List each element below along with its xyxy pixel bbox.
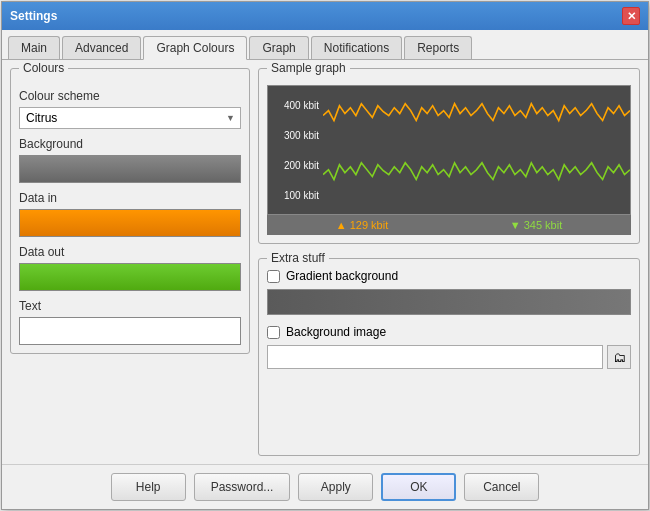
bg-image-row-check: Background image	[267, 325, 631, 339]
tab-graph[interactable]: Graph	[249, 36, 308, 59]
gradient-colour-bar[interactable]	[267, 289, 631, 315]
data-out-label: Data out	[19, 245, 241, 259]
graph-label-300: 300 kbit	[272, 130, 319, 141]
main-content: Colours Colour scheme Citrus Default Dar…	[2, 60, 648, 464]
graph-status-out: ▼ 345 kbit	[510, 219, 562, 231]
background-label: Background	[19, 137, 241, 151]
title-bar: Settings ✕	[2, 2, 648, 30]
graph-label-400: 400 kbit	[272, 100, 319, 111]
footer: Help Password... Apply OK Cancel	[2, 464, 648, 509]
data-in-colour-swatch[interactable]	[19, 209, 241, 237]
bg-image-input-row: 🗂	[267, 345, 631, 369]
tab-reports[interactable]: Reports	[404, 36, 472, 59]
bg-image-input[interactable]	[267, 345, 603, 369]
tab-advanced[interactable]: Advanced	[62, 36, 141, 59]
colours-group-title: Colours	[19, 61, 68, 75]
browse-icon: 🗂	[613, 350, 626, 365]
graph-status-bar: ▲ 129 kbit ▼ 345 kbit	[267, 215, 631, 235]
sample-graph-group: Sample graph 400 kbit 300 kbit 200 kbit …	[258, 68, 640, 244]
sample-graph-title: Sample graph	[267, 61, 350, 75]
bg-image-checkbox[interactable]	[267, 326, 280, 339]
graph-label-100: 100 kbit	[272, 190, 319, 201]
bg-image-label: Background image	[286, 325, 386, 339]
ok-button[interactable]: OK	[381, 473, 456, 501]
password-button[interactable]: Password...	[194, 473, 291, 501]
data-out-colour-swatch[interactable]	[19, 263, 241, 291]
colour-scheme-select[interactable]: Citrus Default Dark Custom	[19, 107, 241, 129]
colour-scheme-wrapper: Citrus Default Dark Custom	[19, 107, 241, 129]
background-colour-swatch[interactable]	[19, 155, 241, 183]
graph-svg	[323, 86, 630, 214]
colour-scheme-label: Colour scheme	[19, 89, 241, 103]
text-colour-swatch[interactable]	[19, 317, 241, 345]
tab-main[interactable]: Main	[8, 36, 60, 59]
text-label: Text	[19, 299, 241, 313]
tab-bar: Main Advanced Graph Colours Graph Notifi…	[2, 30, 648, 60]
extra-stuff-group: Extra stuff Gradient background Backgrou…	[258, 258, 640, 456]
data-in-label: Data in	[19, 191, 241, 205]
graph-label-200: 200 kbit	[272, 160, 319, 171]
extra-stuff-title: Extra stuff	[267, 251, 329, 265]
gradient-bg-label: Gradient background	[286, 269, 398, 283]
help-button[interactable]: Help	[111, 473, 186, 501]
graph-canvas	[323, 86, 630, 214]
graph-labels: 400 kbit 300 kbit 200 kbit 100 kbit	[268, 86, 323, 214]
tab-notifications[interactable]: Notifications	[311, 36, 402, 59]
gradient-bg-checkbox[interactable]	[267, 270, 280, 283]
colour-bar-container	[267, 289, 631, 315]
graph-status-in: ▲ 129 kbit	[336, 219, 388, 231]
right-panel: Sample graph 400 kbit 300 kbit 200 kbit …	[258, 68, 640, 456]
apply-button[interactable]: Apply	[298, 473, 373, 501]
browse-button[interactable]: 🗂	[607, 345, 631, 369]
cancel-button[interactable]: Cancel	[464, 473, 539, 501]
gradient-bg-row: Gradient background	[267, 269, 631, 283]
window-title: Settings	[10, 9, 57, 23]
colours-group: Colours Colour scheme Citrus Default Dar…	[10, 68, 250, 354]
tab-graph-colours[interactable]: Graph Colours	[143, 36, 247, 60]
close-button[interactable]: ✕	[622, 7, 640, 25]
left-panel: Colours Colour scheme Citrus Default Dar…	[10, 68, 250, 456]
graph-area: 400 kbit 300 kbit 200 kbit 100 kbit	[267, 85, 631, 215]
settings-window: Settings ✕ Main Advanced Graph Colours G…	[1, 1, 649, 510]
